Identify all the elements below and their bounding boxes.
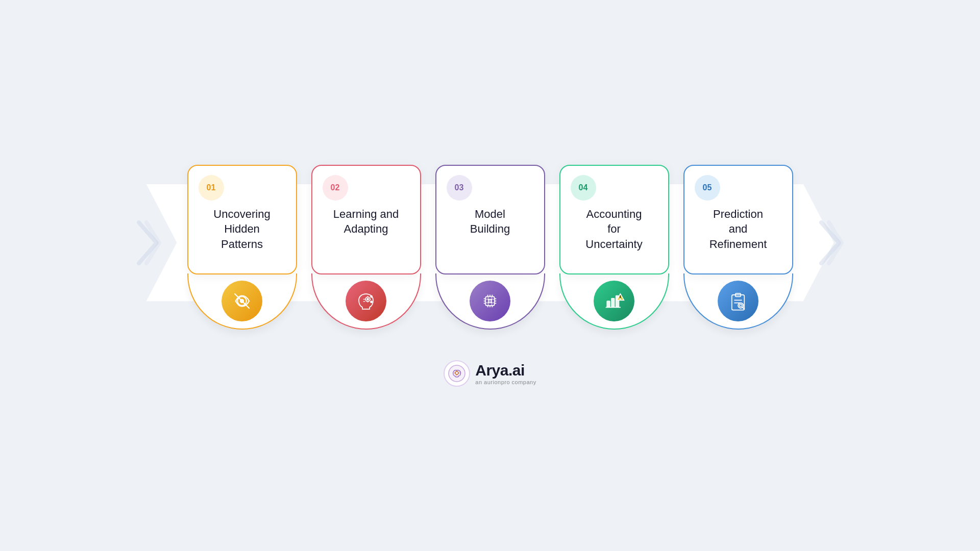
right-arrow-decoration bbox=[808, 184, 854, 302]
brain-gear-icon bbox=[355, 290, 377, 312]
clipboard-search-icon bbox=[727, 290, 749, 312]
svg-point-36 bbox=[620, 298, 621, 299]
card-title-1: UncoveringHiddenPatterns bbox=[199, 207, 286, 252]
badge-number-3: 03 bbox=[455, 183, 464, 192]
card-title-3: ModelBuilding bbox=[447, 207, 534, 237]
logo-icon bbox=[444, 360, 470, 387]
badge-5: 05 bbox=[695, 175, 720, 201]
icon-container-1 bbox=[187, 273, 297, 330]
logo-sub-text: an aurionpro company bbox=[475, 379, 536, 385]
icon-circle-2 bbox=[346, 281, 386, 321]
icon-circle-1 bbox=[222, 281, 262, 321]
warning-data-icon bbox=[603, 290, 625, 312]
card-title-4: AccountingforUncertainty bbox=[571, 207, 658, 252]
svg-rect-32 bbox=[611, 298, 615, 307]
badge-number-4: 04 bbox=[579, 183, 588, 192]
svg-point-4 bbox=[367, 298, 369, 300]
badge-2: 02 bbox=[323, 175, 348, 201]
icon-container-3 bbox=[435, 273, 545, 330]
svg-point-30 bbox=[488, 299, 492, 303]
icon-circle-3 bbox=[470, 281, 510, 321]
badge-number-1: 01 bbox=[207, 183, 216, 192]
card-3: 03 ModelBuilding bbox=[435, 165, 545, 274]
logo-area: Arya.ai an aurionpro company bbox=[444, 360, 536, 387]
badge-number-2: 02 bbox=[331, 183, 340, 192]
cards-row: 01 UncoveringHiddenPatterns bbox=[187, 165, 793, 330]
svg-rect-31 bbox=[607, 301, 610, 307]
icon-circle-4 bbox=[594, 281, 634, 321]
icon-container-5 bbox=[683, 273, 793, 330]
logo-text-area: Arya.ai an aurionpro company bbox=[475, 362, 536, 385]
card-wrapper-3: 03 ModelBuilding bbox=[435, 165, 545, 330]
card-wrapper-1: 01 UncoveringHiddenPatterns bbox=[187, 165, 297, 330]
icon-circle-5 bbox=[718, 281, 758, 321]
card-wrapper-2: 02 Learning andAdapting bbox=[311, 165, 421, 330]
svg-point-11 bbox=[371, 295, 373, 297]
badge-4: 04 bbox=[571, 175, 596, 201]
arya-brain-icon bbox=[448, 364, 466, 383]
card-wrapper-4: 04 AccountingforUncertainty bbox=[559, 165, 669, 330]
badge-1: 01 bbox=[199, 175, 224, 201]
icon-container-4 bbox=[559, 273, 669, 330]
badge-number-5: 05 bbox=[703, 183, 712, 192]
card-1: 01 UncoveringHiddenPatterns bbox=[187, 165, 297, 274]
logo-main-text: Arya.ai bbox=[475, 362, 536, 379]
icon-container-2 bbox=[311, 273, 421, 330]
card-4: 04 AccountingforUncertainty bbox=[559, 165, 669, 274]
card-title-5: PredictionandRefinement bbox=[695, 207, 782, 252]
badge-3: 03 bbox=[447, 175, 472, 201]
svg-point-12 bbox=[371, 301, 373, 303]
card-wrapper-5: 05 PredictionandRefinement bbox=[683, 165, 793, 330]
main-container: 01 UncoveringHiddenPatterns bbox=[187, 165, 793, 387]
card-title-2: Learning andAdapting bbox=[323, 207, 410, 237]
card-2: 02 Learning andAdapting bbox=[311, 165, 421, 274]
cpu-brain-icon bbox=[479, 290, 501, 312]
left-arrow-decoration bbox=[126, 184, 172, 302]
card-5: 05 PredictionandRefinement bbox=[683, 165, 793, 274]
svg-point-45 bbox=[449, 365, 465, 382]
eye-slash-icon bbox=[231, 290, 253, 312]
